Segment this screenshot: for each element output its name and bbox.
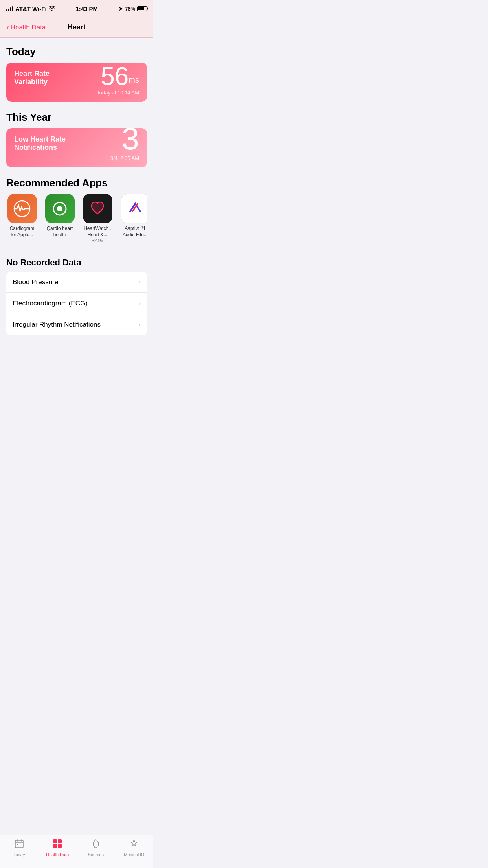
lhr-value-container: 3 8/4, 2:35 AM: [110, 128, 139, 161]
apps-section-header: Recommended Apps: [6, 177, 147, 189]
status-left: AT&T Wi-Fi: [6, 6, 55, 12]
hrv-timestamp: Today at 10:14 AM: [97, 90, 139, 96]
heart-rate-variability-card[interactable]: Heart Rate Variability 56ms Today at 10:…: [6, 63, 147, 102]
carrier-label: AT&T Wi-Fi: [15, 6, 47, 12]
page-title: Heart: [68, 23, 86, 31]
lhr-value: 3: [110, 128, 139, 154]
recommended-apps-section: Recommended Apps Cardiogram for Apple...: [6, 177, 147, 246]
signal-icon: [6, 6, 13, 11]
aaptiv-name: Aaptiv: #1 Audio Fitn...: [119, 226, 147, 238]
list-item-irregular-rhythm[interactable]: Irregular Rhythm Notifications ›: [6, 314, 147, 335]
low-heart-rate-card[interactable]: Low Heart Rate Notifications 3 8/4, 2:35…: [6, 128, 147, 167]
hrv-value: 56: [101, 63, 128, 90]
hrv-value-container: 56ms Today at 10:14 AM: [97, 64, 139, 96]
cardiogram-icon: [7, 194, 37, 223]
hrv-value-row: 56ms: [97, 64, 139, 89]
app-aaptiv[interactable]: Aaptiv: #1 Audio Fitn...: [119, 194, 147, 243]
battery-percent: 76%: [125, 6, 135, 12]
main-content: Today Heart Rate Variability 56ms Today …: [0, 38, 153, 378]
aaptiv-icon: [121, 194, 147, 223]
heartwatch-price: $2.99: [92, 238, 103, 243]
cardiogram-name: Cardiogram for Apple...: [6, 226, 38, 238]
no-data-header: No Recorded Data: [6, 257, 147, 272]
irregular-rhythm-chevron: ›: [138, 320, 141, 329]
status-bar: AT&T Wi-Fi 1:43 PM ➤ 76%: [0, 0, 153, 17]
lhr-timestamp: 8/4, 2:35 AM: [110, 155, 139, 161]
list-item-blood-pressure[interactable]: Blood Pressure ›: [6, 272, 147, 293]
apps-scroll-container[interactable]: Cardiogram for Apple... Qardio heart hea…: [6, 194, 147, 246]
back-arrow-icon: ‹: [6, 23, 9, 32]
today-section-header: Today: [6, 46, 147, 58]
irregular-rhythm-label: Irregular Rhythm Notifications: [13, 321, 101, 329]
heartwatch-icon: [83, 194, 112, 223]
location-icon: ➤: [119, 6, 123, 12]
wifi-icon: [49, 6, 55, 12]
app-heartwatch[interactable]: HeartWatch . Heart &... $2.99: [82, 194, 113, 243]
ecg-label: Electrocardiogram (ECG): [13, 300, 88, 307]
status-right: ➤ 76%: [119, 6, 147, 12]
this-year-section-header: This Year: [6, 111, 147, 123]
heartwatch-name: HeartWatch . Heart &...: [82, 226, 113, 238]
blood-pressure-chevron: ›: [138, 278, 141, 286]
app-qardio[interactable]: Qardio heart health: [44, 194, 75, 243]
nav-bar: ‹ Health Data Heart: [0, 17, 153, 38]
list-item-ecg[interactable]: Electrocardiogram (ECG) ›: [6, 293, 147, 314]
back-button[interactable]: ‹ Health Data: [6, 23, 46, 32]
back-label: Health Data: [11, 24, 46, 31]
qardio-icon: [45, 194, 75, 223]
svg-point-2: [57, 206, 62, 211]
ecg-chevron: ›: [138, 299, 141, 307]
app-cardiogram[interactable]: Cardiogram for Apple...: [6, 194, 38, 243]
battery-icon: [137, 6, 147, 11]
status-time: 1:43 PM: [75, 6, 98, 12]
no-data-list: Blood Pressure › Electrocardiogram (ECG)…: [6, 272, 147, 335]
hrv-card-title: Heart Rate Variability: [14, 70, 83, 86]
blood-pressure-label: Blood Pressure: [13, 278, 58, 286]
qardio-name: Qardio heart health: [44, 226, 75, 238]
no-recorded-data-section: No Recorded Data Blood Pressure › Electr…: [6, 257, 147, 335]
lhr-card-title: Low Heart Rate Notifications: [14, 135, 83, 152]
hrv-unit: ms: [128, 75, 139, 84]
